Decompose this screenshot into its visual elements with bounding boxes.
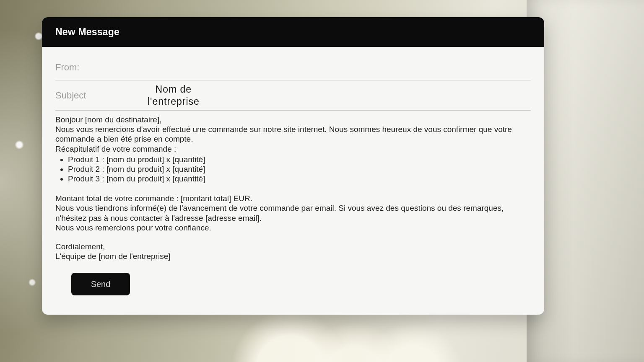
subject-row[interactable]: Subject Nom de l'entreprise [55, 80, 531, 111]
body-signature: L'équipe de [nom de l'entreprise] [55, 251, 531, 261]
from-label: From: [55, 62, 89, 73]
body-greeting: Bonjour [nom du destinataire], [55, 115, 531, 124]
subject-value-wrap: Nom de l'entreprise [148, 83, 200, 108]
compose-window: New Message From: Subject Nom de l'entre… [42, 17, 544, 315]
body-thanks: Nous vous remercions pour votre confianc… [55, 223, 531, 233]
list-item: Produit 2 : [nom du produit] x [quantité… [68, 164, 531, 174]
body-followup: Nous vous tiendrons informé(e) de l'avan… [55, 203, 531, 222]
header-fields: From: Subject Nom de l'entreprise [42, 47, 544, 111]
list-item: Produit 1 : [nom du produit] x [quantité… [68, 155, 531, 164]
window-title: New Message [55, 26, 531, 38]
send-button[interactable]: Send [71, 273, 130, 295]
body-item-list: Produit 1 : [nom du produit] x [quantité… [68, 155, 531, 184]
subject-label: Subject [55, 90, 89, 101]
list-item: Produit 3 : [nom du produit] x [quantité… [68, 174, 531, 184]
body-recap-title: Récapitulatif de votre commande : [55, 144, 531, 154]
compose-header: New Message [42, 17, 544, 47]
body-signoff: Cordialement, [55, 242, 531, 251]
subject-value[interactable]: Nom de l'entreprise [148, 83, 200, 108]
message-body[interactable]: Bonjour [nom du destinataire], Nous vous… [42, 111, 544, 295]
from-row[interactable]: From: [55, 54, 531, 80]
actions-bar: Send [55, 261, 531, 295]
body-total: Montant total de votre commande : [monta… [55, 194, 531, 203]
body-intro: Nous vous remercions d'avoir effectué un… [55, 124, 531, 144]
